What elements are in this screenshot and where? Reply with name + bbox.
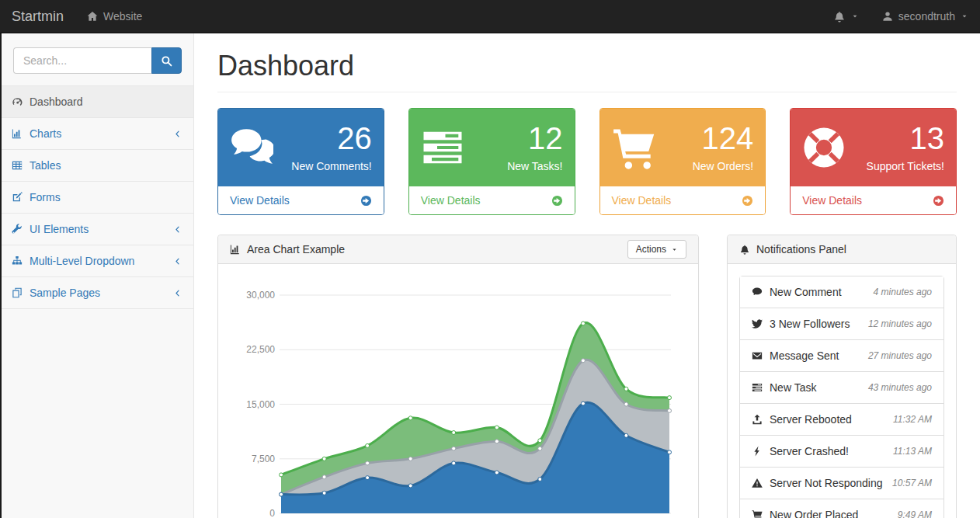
copy-icon bbox=[12, 287, 23, 298]
search-input[interactable] bbox=[13, 47, 151, 74]
notification-label: New Task bbox=[770, 381, 816, 394]
notification-label: New Order Placed bbox=[770, 509, 858, 518]
upload-icon bbox=[752, 414, 763, 425]
comments-icon bbox=[230, 126, 273, 169]
svg-text:22,500: 22,500 bbox=[246, 344, 275, 355]
sidebar-item-charts[interactable]: Charts bbox=[0, 118, 193, 150]
user-dropdown-toggle[interactable]: secondtruth bbox=[871, 0, 980, 33]
notification-time: 43 minutes ago bbox=[868, 382, 932, 393]
arrow-circle-right-icon bbox=[360, 195, 372, 207]
notification-label: Server Rebooted bbox=[770, 413, 852, 426]
sidebar-item-tables[interactable]: Tables bbox=[0, 150, 193, 182]
notification-label: New Comment bbox=[770, 286, 842, 298]
stat-panels-row: 26 New Comments! View Details 12 New Tas… bbox=[217, 108, 957, 215]
area-chart: 07,50015,00022,50030,000 bbox=[230, 276, 686, 518]
caret-down-icon bbox=[671, 246, 678, 253]
notification-time: 9:49 AM bbox=[898, 509, 932, 518]
notification-time: 12 minutes ago bbox=[868, 318, 932, 329]
area-chart-body: 07,50015,00022,50030,000 bbox=[218, 264, 698, 518]
sidebar-item-forms[interactable]: Forms bbox=[0, 182, 193, 214]
actions-button-label: Actions bbox=[636, 244, 666, 255]
sidebar-item-dashboard[interactable]: Dashboard bbox=[0, 86, 193, 118]
view-details-link[interactable]: View Details bbox=[600, 186, 766, 214]
area-chart-panel: Area Chart Example Actions 07,50015,0002… bbox=[217, 235, 699, 518]
tasks-icon bbox=[752, 382, 763, 393]
dashboard-icon bbox=[12, 96, 23, 107]
edit-icon bbox=[12, 192, 23, 203]
notification-label: Message Sent bbox=[770, 349, 839, 362]
life-ring-icon bbox=[802, 126, 846, 169]
brand-link[interactable]: Startmin bbox=[0, 0, 75, 33]
notification-item[interactable]: New Order Placed 9:49 AM bbox=[740, 499, 944, 518]
view-details-link[interactable]: View Details bbox=[409, 186, 575, 214]
notification-item[interactable]: Server Not Responding 10:57 AM bbox=[740, 468, 944, 499]
search-button[interactable] bbox=[151, 47, 182, 74]
svg-text:0: 0 bbox=[269, 508, 275, 518]
twitter-icon bbox=[752, 318, 763, 329]
stat-panel-heading: 124 New Orders! bbox=[600, 109, 766, 186]
stat-panel-new-orders: 124 New Orders! View Details bbox=[599, 108, 766, 215]
notification-item[interactable]: New Comment 4 minutes ago bbox=[740, 276, 944, 308]
sidebar-item-multi-level-dropdown[interactable]: Multi-Level Dropdown bbox=[0, 245, 193, 277]
sitemap-icon bbox=[12, 256, 23, 266]
view-details-label: View Details bbox=[802, 194, 862, 207]
window-left-edge bbox=[0, 33, 2, 518]
stat-panel-new-comments: 26 New Comments! View Details bbox=[217, 108, 384, 215]
notification-time: 4 minutes ago bbox=[874, 287, 932, 297]
notification-item[interactable]: Server Rebooted 11:32 AM bbox=[740, 404, 944, 436]
arrow-circle-right-icon bbox=[551, 195, 563, 207]
comment-icon bbox=[752, 287, 763, 297]
stat-label: New Comments! bbox=[291, 160, 371, 172]
notification-time: 11:13 AM bbox=[893, 446, 932, 457]
view-details-label: View Details bbox=[612, 194, 672, 207]
stat-value: 124 bbox=[693, 123, 754, 154]
svg-text:7,500: 7,500 bbox=[252, 454, 275, 464]
chevron-left-icon bbox=[173, 225, 182, 234]
search-icon bbox=[161, 55, 172, 67]
table-icon bbox=[12, 160, 23, 171]
top-navbar: Startmin Website secondtruth bbox=[0, 0, 980, 33]
page-title: Dashboard bbox=[217, 50, 957, 92]
actions-button[interactable]: Actions bbox=[627, 240, 686, 259]
chevron-left-icon bbox=[173, 130, 182, 138]
area-chart-panel-title: Area Chart Example bbox=[247, 243, 345, 256]
arrow-circle-right-icon bbox=[933, 195, 944, 207]
cart-icon bbox=[752, 509, 763, 518]
nav-website-link[interactable]: Website bbox=[75, 0, 154, 33]
wrench-icon bbox=[12, 224, 23, 235]
notification-item[interactable]: 3 New Followers 12 minutes ago bbox=[740, 308, 944, 340]
notifications-body: New Comment 4 minutes ago 3 New Follower… bbox=[728, 264, 956, 518]
notification-time: 11:32 AM bbox=[893, 414, 932, 425]
notifications-panel-heading: Notifications Panel bbox=[728, 235, 956, 264]
notification-label: 3 New Followers bbox=[770, 318, 850, 330]
view-details-link[interactable]: View Details bbox=[218, 186, 384, 214]
alerts-dropdown-toggle[interactable] bbox=[822, 0, 871, 33]
notification-time: 10:57 AM bbox=[892, 478, 932, 488]
sidebar-item-ui-elements[interactable]: UI Elements bbox=[0, 214, 193, 245]
navbar-right: secondtruth bbox=[822, 0, 980, 33]
stat-panel-heading: 26 New Comments! bbox=[218, 109, 384, 186]
notification-item[interactable]: Server Crashed! 11:13 AM bbox=[740, 436, 944, 468]
notifications-panel-title: Notifications Panel bbox=[756, 243, 846, 256]
notification-item[interactable]: New Task 43 minutes ago bbox=[740, 372, 944, 404]
notifications-panel: Notifications Panel New Comment 4 minute… bbox=[727, 235, 957, 518]
stat-value: 12 bbox=[507, 123, 562, 154]
shopping-cart-icon bbox=[612, 126, 655, 169]
stat-label: New Orders! bbox=[693, 160, 754, 172]
notification-label: Server Not Responding bbox=[770, 477, 883, 489]
view-details-label: View Details bbox=[421, 194, 481, 207]
warning-icon bbox=[752, 478, 763, 488]
view-details-link[interactable]: View Details bbox=[791, 186, 956, 214]
notification-label: Server Crashed! bbox=[770, 445, 849, 457]
lower-row: Area Chart Example Actions 07,50015,0002… bbox=[217, 235, 957, 518]
notifications-list: New Comment 4 minutes ago 3 New Follower… bbox=[739, 276, 944, 518]
tasks-icon bbox=[421, 126, 464, 169]
sidebar-item-sample-pages[interactable]: Sample Pages bbox=[0, 277, 193, 309]
sidebar-search bbox=[13, 47, 182, 74]
home-icon bbox=[87, 11, 98, 22]
envelope-icon bbox=[752, 350, 763, 361]
stat-panel-support-tickets: 13 Support Tickets! View Details bbox=[790, 108, 957, 215]
main-content: Dashboard 26 New Comments! View Details … bbox=[194, 33, 980, 518]
nav-website-label: Website bbox=[103, 10, 142, 23]
notification-item[interactable]: Message Sent 27 minutes ago bbox=[740, 340, 944, 372]
